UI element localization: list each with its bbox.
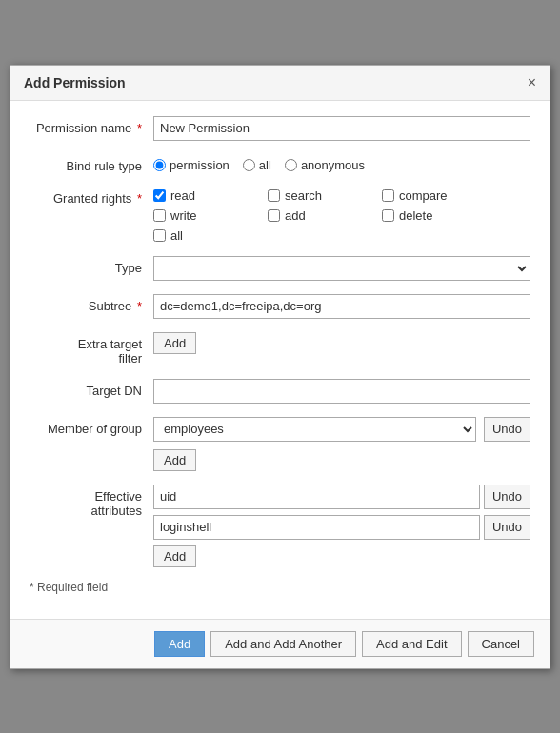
add-permission-dialog: Add Permission × Permission name * Bind … (10, 65, 550, 669)
right-write-checkbox[interactable] (153, 209, 166, 222)
right-search-checkbox[interactable] (268, 189, 280, 202)
right-all-checkbox[interactable] (153, 229, 166, 242)
dialog-body: Permission name * Bind rule type permiss… (10, 101, 550, 619)
target-dn-row: Target DN (30, 379, 530, 404)
right-write-option[interactable]: write (153, 208, 268, 223)
member-of-group-add-button[interactable]: Add (153, 449, 196, 471)
type-control (153, 256, 530, 281)
bind-rule-all-radio[interactable] (243, 159, 255, 171)
bind-rule-permission-option[interactable]: permission (153, 158, 230, 172)
permission-name-input[interactable] (153, 116, 530, 141)
extra-target-filter-control: Add (153, 332, 530, 354)
bind-rule-permission-radio[interactable] (153, 159, 166, 171)
type-row: Type (30, 256, 530, 281)
granted-rights-control: read search compare write (153, 187, 530, 243)
dialog-header: Add Permission × (10, 66, 550, 101)
effective-attr-loginshell-row: Undo (153, 515, 530, 540)
granted-rights-row: Granted rights * read search compare (30, 187, 530, 243)
subtree-label: Subtree * (30, 294, 153, 313)
extra-target-filter-add-button[interactable]: Add (153, 332, 196, 354)
extra-target-filter-row: Extra target filter Add (30, 332, 530, 366)
target-dn-input[interactable] (153, 379, 530, 404)
type-select[interactable] (153, 256, 530, 281)
member-of-group-control: employees Undo Add (153, 417, 530, 471)
dialog-title: Add Permission (24, 75, 126, 90)
type-label: Type (30, 256, 153, 275)
subtree-row: Subtree * (30, 294, 530, 319)
required-note: * Required field (30, 581, 530, 594)
permission-name-control (153, 116, 530, 141)
effective-attributes-row: Effective attributes Undo Undo Add (30, 485, 530, 567)
right-read-option[interactable]: read (153, 188, 268, 203)
target-dn-label: Target DN (30, 379, 153, 398)
member-of-group-select[interactable]: employees (153, 417, 476, 442)
extra-target-filter-label: Extra target filter (30, 332, 153, 366)
effective-attributes-add-container: Add (153, 545, 530, 567)
right-add-option[interactable]: add (268, 208, 382, 223)
bind-rule-type-row: Bind rule type permission all anonymous (30, 154, 530, 173)
right-delete-checkbox[interactable] (382, 209, 394, 222)
right-all-option[interactable]: all (153, 228, 268, 243)
permission-name-row: Permission name * (30, 116, 530, 141)
member-of-group-undo-button[interactable]: Undo (484, 417, 530, 442)
effective-attr-loginshell-undo-button[interactable]: Undo (484, 515, 530, 540)
effective-attr-uid-row: Undo (153, 485, 530, 509)
permission-name-label: Permission name * (30, 116, 153, 135)
effective-attr-loginshell-input[interactable] (153, 515, 480, 540)
member-of-group-add-container: Add (153, 449, 530, 471)
effective-attributes-control: Undo Undo Add (153, 485, 530, 567)
granted-rights-required-star: * (137, 191, 142, 206)
bind-rule-type-label: Bind rule type (30, 154, 153, 173)
add-button[interactable]: Add (154, 631, 205, 657)
add-and-add-another-button[interactable]: Add and Add Another (210, 631, 356, 657)
dialog-footer: Add Add and Add Another Add and Edit Can… (10, 619, 550, 668)
effective-attr-uid-input[interactable] (153, 485, 480, 509)
member-of-group-label: Member of group (30, 417, 153, 436)
subtree-control (153, 294, 530, 319)
close-button[interactable]: × (528, 75, 536, 90)
add-and-edit-button[interactable]: Add and Edit (362, 631, 461, 657)
member-group-row: employees Undo (153, 417, 530, 442)
bind-rule-all-option[interactable]: all (243, 158, 271, 172)
rights-grid: read search compare write (153, 187, 530, 243)
subtree-input[interactable] (153, 294, 530, 319)
right-read-checkbox[interactable] (153, 189, 166, 202)
bind-rule-type-control: permission all anonymous (153, 154, 530, 172)
right-add-checkbox[interactable] (268, 209, 280, 222)
member-of-group-row: Member of group employees Undo Add (30, 417, 530, 471)
bind-rule-anonymous-radio[interactable] (285, 159, 297, 171)
right-compare-checkbox[interactable] (382, 189, 394, 202)
effective-attributes-label: Effective attributes (30, 485, 153, 518)
target-dn-control (153, 379, 530, 404)
right-search-option[interactable]: search (268, 188, 382, 203)
cancel-button[interactable]: Cancel (468, 631, 534, 657)
effective-attributes-add-button[interactable]: Add (153, 545, 196, 567)
required-star: * (137, 121, 142, 135)
bind-rule-anonymous-option[interactable]: anonymous (285, 158, 365, 172)
right-delete-option[interactable]: delete (382, 208, 496, 223)
subtree-required-star: * (137, 299, 142, 313)
effective-attr-uid-undo-button[interactable]: Undo (484, 485, 530, 509)
right-compare-option[interactable]: compare (382, 188, 496, 203)
granted-rights-label: Granted rights * (30, 187, 153, 206)
